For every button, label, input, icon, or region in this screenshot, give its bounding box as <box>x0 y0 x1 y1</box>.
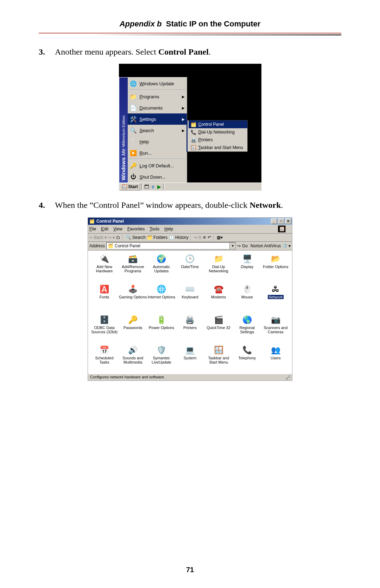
header-title: Static IP on the Computer <box>166 19 261 28</box>
cp-icon-label: Automatic Updates <box>147 265 176 273</box>
cp-icon-passwords[interactable]: 🔑Passwords <box>119 314 147 338</box>
screenshot-control-panel: 🗂️ Control Panel _ □ ✕ FileEditViewFavor… <box>88 217 292 381</box>
taskbar-ie-icon[interactable]: e <box>150 184 156 190</box>
submenu-item-dial-up-networking[interactable]: 📞Dial-Up Networking <box>189 128 247 136</box>
start-menu-item-help[interactable]: ❔Help <box>128 136 187 147</box>
address-bar[interactable]: Address 🗂️ Control Panel ▼ ↪ Go Norton A… <box>88 242 292 250</box>
menu-view[interactable]: View <box>113 227 122 231</box>
cp-icon-add-new-hardware[interactable]: 🔌Add New Hardware <box>90 253 119 277</box>
cp-icon-glyph: 🌐 <box>156 284 167 294</box>
taskbar[interactable]: 🪟 Start 🗔 e ▶ <box>119 182 261 191</box>
cp-icon-keyboard[interactable]: ⌨️Keyboard <box>176 284 204 307</box>
start-menu-item-log-off-default-[interactable]: 🔑Log Off Default... <box>128 160 187 171</box>
minimize-button[interactable]: _ <box>271 218 277 224</box>
menu-tools[interactable]: Tools <box>150 227 159 231</box>
cp-icon-system[interactable]: 💻System <box>176 345 204 368</box>
copyto-icon[interactable]: ⎘ <box>199 235 201 240</box>
up-button[interactable]: 🗀 <box>116 235 120 240</box>
menu-item-icon: 🔍 <box>129 126 138 134</box>
resize-grip[interactable] <box>285 375 290 380</box>
cp-icon-glyph: 🕹️ <box>127 284 139 294</box>
menu-favorites[interactable]: Favorites <box>127 227 145 231</box>
start-menu-item-programs[interactable]: 📁Programs▶ <box>128 91 187 102</box>
start-menu-item-shut-down-[interactable]: ⏻Shut Down... <box>128 171 187 182</box>
submenu-item-control-panel[interactable]: 🗂️Control Panel <box>189 120 247 128</box>
cp-icon-glyph: 🔑 <box>127 315 139 325</box>
cp-icon-power-options[interactable]: 🔋Power Options <box>147 314 176 338</box>
forward-button[interactable]: ⇨ ▾ <box>108 235 115 240</box>
cp-icon-fonts[interactable]: 🅰️Fonts <box>90 284 119 307</box>
cp-icon-label: Add New Hardware <box>90 265 119 273</box>
delete-icon[interactable]: ✕ <box>203 235 206 240</box>
menu-edit[interactable]: Edit <box>101 227 108 231</box>
cp-icon-users[interactable]: 👥Users <box>261 345 290 368</box>
start-menu-item-documents[interactable]: 📄Documents▶ <box>128 102 187 113</box>
cp-icon-quicktime-32[interactable]: 🎬QuickTime 32 <box>204 314 233 338</box>
go-button[interactable]: ↪ Go <box>237 243 247 248</box>
settings-submenu[interactable]: 🗂️Control Panel📞Dial-Up Networking🖨️Prin… <box>186 120 248 152</box>
cp-icon-printers[interactable]: 🖨️Printers <box>176 314 204 338</box>
cp-icon-network[interactable]: 🖧Network <box>261 284 290 307</box>
cp-icon-symantec-liveupdate[interactable]: 🛡️Symantec LiveUpdate <box>147 345 176 368</box>
cp-icon-mouse[interactable]: 🖱️Mouse <box>233 284 261 307</box>
step-3: 3. Another menu appears. Select Control … <box>39 46 341 57</box>
cp-icon-glyph: 🗃️ <box>127 254 139 264</box>
cp-icon-scanners-and-cameras[interactable]: 📷Scanners and Cameras <box>261 314 290 338</box>
taskbar-media-icon[interactable]: ▶ <box>156 184 163 190</box>
submenu-item-label: Taskbar and Start Menu <box>198 145 243 150</box>
start-menu-item-search[interactable]: 🔍Search▶ <box>128 125 187 136</box>
cp-icon-telephony[interactable]: 📞Telephony <box>233 345 261 368</box>
start-menu-item-windows-update[interactable]: 🌐Windows Update <box>128 78 187 89</box>
cp-icon-taskbar-and-start-menu[interactable]: 🪟Taskbar and Start Menu <box>204 345 233 368</box>
undo-icon[interactable]: ↶ <box>208 235 211 240</box>
cp-icon-display[interactable]: 🖥️Display <box>233 253 261 277</box>
menu-file[interactable]: File <box>89 227 96 231</box>
cp-icon-sounds-and-multimedia[interactable]: 🔊Sounds and Multimedia <box>119 345 147 368</box>
taskbar-desktop-icon[interactable]: 🗔 <box>144 184 150 190</box>
cp-icon-label: ODBC Data Sources (32bit) <box>90 326 119 334</box>
step-3-number: 3. <box>39 46 55 57</box>
menu-bar[interactable]: FileEditViewFavoritesToolsHelp🪟 <box>88 225 292 234</box>
cp-icon-glyph: ☎️ <box>213 284 224 294</box>
submenu-item-printers[interactable]: 🖨️Printers <box>189 136 247 144</box>
address-dropdown[interactable]: ▼ <box>229 243 235 249</box>
cp-icon-gaming-options[interactable]: 🕹️Gaming Options <box>119 284 147 307</box>
cp-icon-internet-options[interactable]: 🌐Internet Options <box>147 284 176 307</box>
cp-icon-scheduled-tasks[interactable]: 📅Scheduled Tasks <box>90 345 119 368</box>
back-button[interactable]: ⇦ Back ▾ <box>89 235 107 240</box>
cp-icon-automatic-updates[interactable]: 🌍Automatic Updates <box>147 253 176 277</box>
cp-icon-date-time[interactable]: 🕒Date/Time <box>176 253 204 277</box>
search-button[interactable]: 🔍 Search <box>126 235 146 240</box>
start-label: Start <box>128 184 138 189</box>
history-button[interactable]: 🕘 History <box>169 235 188 240</box>
start-button[interactable]: 🪟 Start <box>120 183 140 191</box>
maximize-button[interactable]: □ <box>278 218 284 224</box>
address-input[interactable]: 🗂️ Control Panel ▼ <box>106 242 236 249</box>
submenu-item-taskbar-and-start-menu[interactable]: 🪟Taskbar and Start Menu <box>189 144 247 151</box>
start-menu-item-settings[interactable]: 🛠️Settings▶ <box>128 113 187 125</box>
cp-icon-label: Dial-Up Networking <box>204 265 233 273</box>
start-menu-item-run-[interactable]: ▶️Run... <box>128 147 187 159</box>
cp-icon-glyph: 📞 <box>241 345 253 355</box>
norton-antivirus[interactable]: Norton AntiVirus 🛡️ ▾ <box>251 243 291 248</box>
cp-icon-folder-options[interactable]: 📂Folder Options <box>261 253 290 277</box>
cp-icon-glyph: ⌨️ <box>184 284 196 294</box>
cp-icon-odbc-data-sources-32bit-[interactable]: 🗄️ODBC Data Sources (32bit) <box>90 314 119 338</box>
folders-button[interactable]: 🗂️ Folders <box>147 235 167 240</box>
close-button[interactable]: ✕ <box>285 218 291 224</box>
cp-icon-glyph: 🪟 <box>213 345 224 355</box>
cp-icon-dial-up-networking[interactable]: 📁Dial-Up Networking <box>204 253 233 277</box>
window-titlebar[interactable]: 🗂️ Control Panel _ □ ✕ <box>88 218 292 225</box>
cp-icon-modems[interactable]: ☎️Modems <box>204 284 233 307</box>
toolbar[interactable]: ⇦ Back ▾ ⇨ ▾ 🗀 🔍 Search 🗂️ Folders 🕘 His… <box>88 234 292 242</box>
moveto-icon[interactable]: ↪ <box>194 235 197 240</box>
control-panel-icons[interactable]: 🔌Add New Hardware🗃️Add/Remove Programs🌍A… <box>88 250 292 374</box>
cp-icon-glyph: 🖧 <box>270 284 281 294</box>
submenu-arrow-icon: ▶ <box>182 117 185 121</box>
cp-icon-add-remove-programs[interactable]: 🗃️Add/Remove Programs <box>119 253 147 277</box>
menu-help[interactable]: Help <box>164 227 173 231</box>
cp-icon-regional-settings[interactable]: 🌎Regional Settings <box>233 314 261 338</box>
cp-icon-label: Sounds and Multimedia <box>119 356 147 364</box>
views-button[interactable]: ▦▾ <box>217 235 223 240</box>
start-menu[interactable]: Windows Me Millennium Edition 🌐Windows U… <box>119 77 187 183</box>
